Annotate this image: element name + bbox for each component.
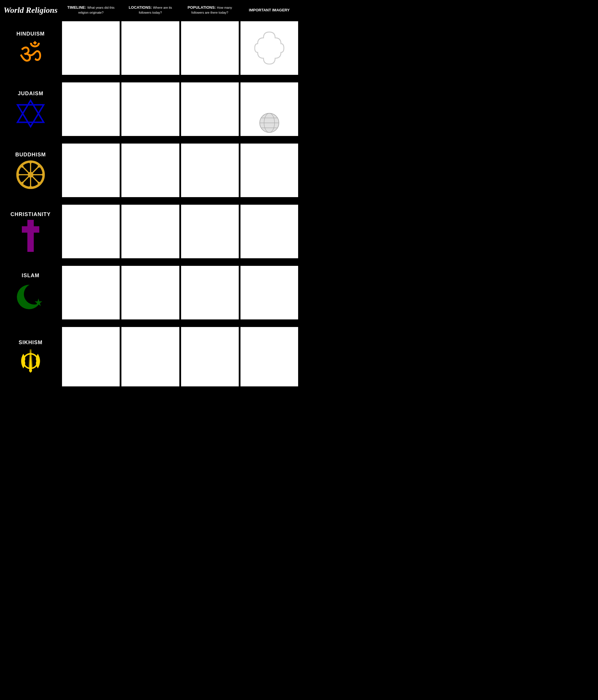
judaism-populations-cell [180, 81, 240, 137]
islam-populations-cell [180, 265, 240, 320]
buddhism-imagery-cell [240, 143, 299, 198]
svg-point-15 [29, 186, 32, 188]
sikhism-icon [18, 348, 44, 374]
svg-point-16 [17, 174, 20, 176]
christianity-populations-cell [180, 204, 240, 259]
buddhism-locations-cell [121, 143, 180, 198]
table-title-cell: World Religions [0, 0, 61, 20]
locations-header: LOCATIONS: Where are its followers today… [121, 0, 180, 20]
judaism-globe-icon [259, 113, 279, 133]
islam-label-cell: ISLAM [0, 265, 61, 320]
islam-name: ISLAM [22, 273, 40, 279]
hinduism-label-cell: HINDUISM ॐ [0, 20, 61, 76]
svg-point-19 [38, 182, 40, 184]
christianity-name: CHRISTIANITY [10, 211, 51, 218]
svg-point-21 [21, 182, 24, 184]
christianity-label-cell: CHRISTIANITY [0, 204, 61, 259]
page-title: World Religions [3, 5, 57, 15]
hinduism-icon: ॐ [20, 39, 42, 66]
populations-label: POPULATIONS: [188, 5, 216, 9]
world-religions-table: World Religions TIMELINE: What years did… [0, 0, 299, 387]
hinduism-timeline-cell [61, 20, 121, 76]
hinduism-imagery-cell [240, 20, 299, 76]
judaism-imagery-cell [240, 81, 299, 137]
christianity-icon [27, 220, 34, 252]
sikhism-label-cell: SIKHISM [0, 326, 61, 387]
buddhism-populations-cell [180, 143, 240, 198]
judaism-locations-cell [121, 81, 180, 137]
buddhism-label-cell: BUDDHISM [0, 143, 61, 198]
timeline-label: TIMELINE: [67, 5, 86, 9]
sikhism-locations-cell [121, 326, 180, 387]
buddhism-icon [16, 160, 45, 189]
hinduism-name: HINDUISM [17, 31, 45, 37]
islam-icon [15, 281, 47, 313]
christianity-timeline-cell [61, 204, 121, 259]
sikhism-timeline-cell [61, 326, 121, 387]
sikhism-imagery-cell [240, 326, 299, 387]
imagery-label: IMPORTANT IMAGERY [249, 8, 290, 13]
judaism-name: JUDAISM [18, 91, 43, 97]
timeline-header: TIMELINE: What years did this religion o… [61, 0, 121, 20]
svg-point-18 [21, 166, 24, 168]
judaism-label-cell: JUDAISM [0, 81, 61, 137]
imagery-header: IMPORTANT IMAGERY [240, 0, 299, 20]
islam-timeline-cell [61, 265, 121, 320]
svg-point-20 [38, 166, 40, 168]
islam-locations-cell [121, 265, 180, 320]
locations-label: LOCATIONS: [129, 5, 152, 9]
svg-point-14 [29, 161, 32, 164]
sikhism-name: SIKHISM [19, 340, 43, 346]
judaism-timeline-cell [61, 81, 121, 137]
populations-header: POPULATIONS: How many followers are ther… [180, 0, 240, 20]
hinduism-populations-cell [180, 20, 240, 76]
hinduism-imagery-shape [247, 26, 291, 70]
buddhism-name: BUDDHISM [16, 152, 46, 158]
hinduism-locations-cell [121, 20, 180, 76]
svg-point-17 [42, 174, 44, 176]
buddhism-timeline-cell [61, 143, 121, 198]
judaism-icon [16, 99, 45, 128]
christianity-locations-cell [121, 204, 180, 259]
christianity-imagery-cell [240, 204, 299, 259]
sikhism-populations-cell [180, 326, 240, 387]
islam-imagery-cell [240, 265, 299, 320]
